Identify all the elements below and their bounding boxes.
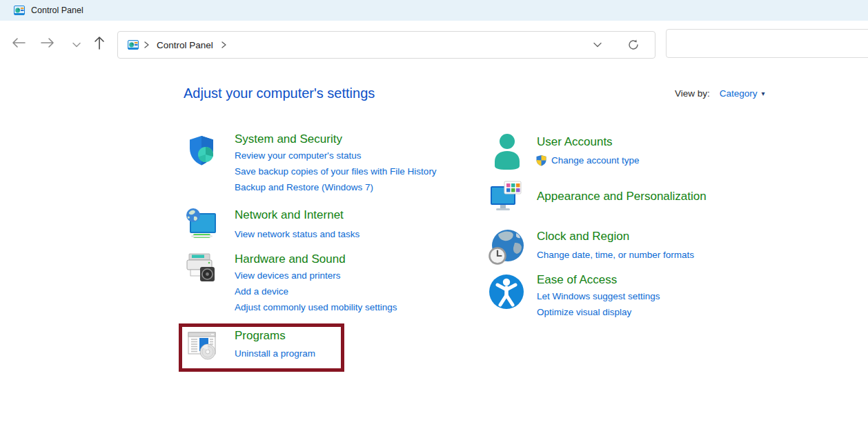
link-save-backup-copies-file-history[interactable]: Save backup copies of your files with Fi…: [235, 166, 437, 177]
link-change-account-type[interactable]: Change account type: [551, 155, 640, 166]
category-title-clock-and-region[interactable]: Clock and Region: [537, 230, 629, 243]
address-bar[interactable]: Control Panel: [117, 31, 655, 59]
view-by-value[interactable]: Category: [720, 88, 758, 99]
category-title-hardware-and-sound[interactable]: Hardware and Sound: [235, 252, 346, 266]
user-accounts-icon[interactable]: [491, 132, 524, 174]
address-dropdown-button[interactable]: [589, 36, 606, 54]
page-title: Adjust your computer's settings: [184, 86, 375, 101]
link-add-a-device[interactable]: Add a device: [235, 286, 288, 297]
link-change-date-time-number-formats[interactable]: Change date, time, or number formats: [537, 250, 694, 260]
category-title-ease-of-access[interactable]: Ease of Access: [537, 273, 617, 287]
link-view-network-status-and-tasks[interactable]: View network status and tasks: [235, 229, 359, 239]
ease-of-access-icon[interactable]: [489, 275, 524, 312]
category-title-network-and-internet[interactable]: Network and Internet: [235, 208, 344, 222]
arrow-left-icon: [11, 36, 26, 50]
link-optimize-visual-display[interactable]: Optimize visual display: [537, 307, 631, 317]
link-let-windows-suggest-settings[interactable]: Let Windows suggest settings: [537, 291, 660, 301]
back-button[interactable]: [10, 34, 28, 52]
arrow-up-icon: [92, 35, 106, 50]
link-change-account-type-row[interactable]: Change account type: [535, 154, 640, 166]
caret-down-icon: ▾: [762, 90, 765, 97]
link-view-devices-and-printers[interactable]: View devices and printers: [235, 270, 341, 281]
category-title-user-accounts[interactable]: User Accounts: [537, 135, 613, 149]
programs-icon[interactable]: [186, 329, 219, 365]
view-by-label: View by:: [675, 88, 710, 99]
system-security-icon[interactable]: [185, 134, 218, 170]
category-title-appearance-and-personalization[interactable]: Appearance and Personalization: [537, 190, 707, 203]
up-button[interactable]: [90, 34, 108, 52]
breadcrumb-control-panel[interactable]: Control Panel: [157, 40, 213, 50]
control-panel-icon: [14, 5, 25, 16]
chevron-right-icon[interactable]: [143, 41, 150, 49]
recent-locations-button[interactable]: [68, 36, 86, 54]
category-title-programs[interactable]: Programs: [235, 329, 286, 343]
search-box: [666, 29, 868, 58]
link-review-your-computers-status[interactable]: Review your computer's status: [235, 150, 361, 161]
title-bar: Control Panel: [0, 0, 868, 21]
view-by-control: View by: Category ▾: [675, 88, 765, 99]
arrow-right-icon: [40, 36, 55, 50]
forward-button[interactable]: [39, 34, 57, 52]
link-backup-and-restore-windows7[interactable]: Backup and Restore (Windows 7): [235, 182, 373, 192]
search-input[interactable]: [667, 30, 868, 57]
control-panel-window: Control Panel: [0, 0, 868, 429]
chevron-right-icon[interactable]: [220, 41, 227, 49]
window-title: Control Panel: [31, 6, 83, 15]
uac-shield-icon: [535, 154, 547, 166]
appearance-personalization-icon[interactable]: [489, 180, 523, 217]
hardware-sound-icon[interactable]: [184, 251, 218, 287]
chevron-down-icon: [593, 41, 602, 49]
chevron-down-icon: [72, 41, 81, 49]
control-panel-icon: [128, 39, 139, 50]
link-adjust-commonly-used-mobility-settings[interactable]: Adjust commonly used mobility settings: [235, 302, 397, 312]
category-title-system-and-security[interactable]: System and Security: [235, 132, 342, 146]
clock-region-icon[interactable]: [487, 228, 526, 269]
link-uninstall-a-program[interactable]: Uninstall a program: [235, 348, 315, 359]
refresh-button[interactable]: [624, 36, 642, 54]
network-internet-icon[interactable]: [185, 207, 218, 243]
view-by-dropdown[interactable]: Category ▾: [720, 88, 765, 99]
refresh-icon: [627, 39, 640, 51]
